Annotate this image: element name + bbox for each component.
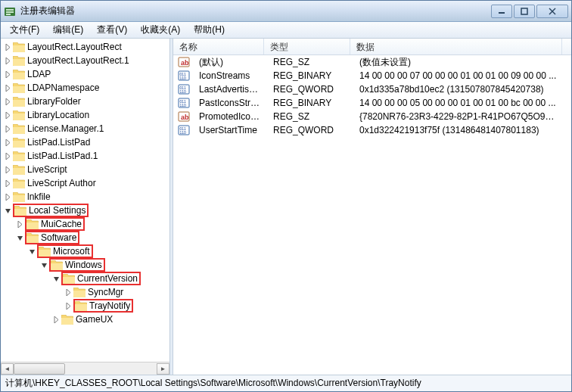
- tree-scrollbar-horizontal[interactable]: ◄ ►: [1, 362, 169, 375]
- tree-item[interactable]: LibraryLocation: [1, 108, 169, 122]
- col-data[interactable]: 数据: [350, 39, 562, 54]
- scroll-track[interactable]: [14, 363, 157, 375]
- maximize-button[interactable]: [514, 5, 535, 18]
- expand-icon[interactable]: [2, 123, 13, 134]
- svg-text:110: 110: [180, 76, 187, 80]
- tree-item-label: LDAPNamespace: [27, 82, 99, 93]
- registry-editor-window: 注册表编辑器 文件(F) 编辑(E) 查看(V) 收藏夹(A) 帮助(H) La…: [0, 0, 572, 392]
- expand-icon[interactable]: [2, 178, 13, 188]
- expand-icon[interactable]: [2, 96, 13, 107]
- value-row[interactable]: 011110LastAdvertise...REG_QWORD0x1d335a7…: [173, 82, 571, 96]
- window-title: 注册表编辑器: [20, 5, 491, 17]
- expand-icon[interactable]: [2, 151, 13, 161]
- expand-icon[interactable]: [14, 219, 25, 229]
- scroll-left-button[interactable]: ◄: [1, 363, 14, 375]
- tree-item[interactable]: SyncMgr: [1, 285, 169, 299]
- menu-view[interactable]: 查看(V): [91, 22, 133, 38]
- collapse-icon[interactable]: [2, 205, 13, 216]
- tree-item[interactable]: LiveScript: [1, 163, 169, 176]
- value-row[interactable]: 011110UserStartTimeREG_QWORD0x1d32242191…: [173, 123, 571, 137]
- tree-item[interactable]: TrayNotify: [1, 299, 169, 313]
- expand-icon[interactable]: [2, 164, 13, 175]
- tree-item[interactable]: GameUX: [1, 313, 169, 326]
- menu-edit[interactable]: 编辑(E): [47, 22, 89, 38]
- folder-icon: [13, 82, 25, 93]
- tree-item[interactable]: Microsoft: [1, 244, 169, 258]
- tree-item[interactable]: Windows: [1, 258, 169, 272]
- menubar: 文件(F) 编辑(E) 查看(V) 收藏夹(A) 帮助(H): [1, 22, 571, 39]
- registry-tree[interactable]: LayoutRect.LayoutRectLayoutRect.LayoutRe…: [1, 39, 169, 362]
- minimize-button[interactable]: [491, 5, 512, 18]
- expand-icon[interactable]: [2, 42, 13, 52]
- tree-item-label: LiveScript Author: [27, 178, 96, 188]
- binary-value-icon: 011110: [178, 124, 190, 136]
- folder-icon: [13, 96, 25, 107]
- close-button[interactable]: [536, 5, 568, 18]
- expand-icon[interactable]: [63, 300, 73, 311]
- folder-icon: [13, 110, 25, 120]
- tree-item[interactable]: LibraryFolder: [1, 95, 169, 108]
- scroll-thumb[interactable]: [14, 363, 65, 375]
- value-row[interactable]: ab(默认)REG_SZ(数值未设置): [173, 55, 571, 69]
- tree-item[interactable]: CurrentVersion: [1, 272, 169, 285]
- collapse-icon[interactable]: [51, 273, 61, 284]
- scroll-right-button[interactable]: ►: [157, 363, 169, 375]
- tree-item[interactable]: License.Manager.1: [1, 122, 169, 135]
- tree-item-label: Windows: [65, 260, 102, 270]
- expand-icon[interactable]: [2, 110, 13, 120]
- tree-item[interactable]: LiveScript Author: [1, 176, 169, 190]
- tree-item-label: GameUX: [76, 314, 113, 325]
- tree-item[interactable]: Software: [1, 231, 169, 244]
- value-row[interactable]: 011110PastIconsStreamREG_BINARY14 00 00 …: [173, 96, 571, 110]
- menu-file[interactable]: 文件(F): [4, 22, 45, 38]
- tree-item[interactable]: LDAP: [1, 67, 169, 81]
- folder-icon: [39, 246, 51, 257]
- value-data: 0x1d335a78bd10ec2 (131507807845420738): [353, 84, 565, 95]
- value-row[interactable]: abPromotedIcon...REG_SZ{7820NR76-23R3-42…: [173, 110, 571, 123]
- expand-icon[interactable]: [2, 191, 13, 202]
- folder-icon: [13, 178, 25, 188]
- collapse-icon[interactable]: [14, 232, 25, 243]
- tree-item[interactable]: LDAPNamespace: [1, 81, 169, 95]
- tree-item[interactable]: ListPad.ListPad.1: [1, 149, 169, 163]
- tree-item-label: SyncMgr: [88, 287, 123, 297]
- svg-rect-1: [6, 9, 14, 11]
- list-pane: 名称 类型 数据 ab(默认)REG_SZ(数值未设置)011110IconSt…: [173, 39, 571, 375]
- tree-item-label: LayoutRect.LayoutRect: [27, 42, 122, 52]
- value-data: 14 00 00 00 05 00 00 00 01 00 01 00 bc 0…: [353, 98, 565, 108]
- tree-item[interactable]: Local Settings: [1, 204, 169, 217]
- expand-icon[interactable]: [2, 69, 13, 79]
- app-icon: [4, 5, 16, 17]
- value-name: PromotedIcon...: [193, 111, 267, 122]
- folder-icon: [13, 164, 25, 175]
- expand-icon[interactable]: [63, 287, 73, 297]
- expand-icon[interactable]: [2, 137, 13, 148]
- value-data: 14 00 00 00 07 00 00 00 01 00 01 00 09 0…: [353, 70, 565, 81]
- menu-help[interactable]: 帮助(H): [188, 22, 231, 38]
- tree-item[interactable]: ListPad.ListPad: [1, 135, 169, 149]
- collapse-icon[interactable]: [39, 260, 49, 270]
- tree-item[interactable]: MuiCache: [1, 217, 169, 231]
- col-name[interactable]: 名称: [173, 39, 264, 54]
- tree-item[interactable]: LayoutRect.LayoutRect.1: [1, 54, 169, 67]
- col-type[interactable]: 类型: [264, 39, 350, 54]
- tree-item-label: LibraryFolder: [27, 96, 81, 107]
- menu-favorites[interactable]: 收藏夹(A): [135, 22, 186, 38]
- value-data: (数值未设置): [353, 56, 565, 69]
- titlebar[interactable]: 注册表编辑器: [1, 1, 571, 22]
- value-type: REG_BINARY: [267, 70, 353, 81]
- expand-icon[interactable]: [51, 314, 61, 325]
- tree-item[interactable]: lnkfile: [1, 190, 169, 204]
- value-name: (默认): [193, 56, 267, 69]
- folder-icon: [13, 151, 25, 161]
- expand-icon[interactable]: [2, 82, 13, 93]
- tree-item-label: Software: [41, 232, 76, 243]
- collapse-icon[interactable]: [26, 246, 37, 257]
- string-value-icon: ab: [178, 110, 190, 123]
- tree-item-label: Microsoft: [53, 246, 90, 257]
- value-row[interactable]: 011110IconStreamsREG_BINARY14 00 00 00 0…: [173, 69, 571, 82]
- expand-icon[interactable]: [2, 55, 13, 66]
- value-list[interactable]: ab(默认)REG_SZ(数值未设置)011110IconStreamsREG_…: [173, 55, 571, 375]
- value-name: PastIconsStream: [193, 98, 267, 108]
- tree-item[interactable]: LayoutRect.LayoutRect: [1, 40, 169, 54]
